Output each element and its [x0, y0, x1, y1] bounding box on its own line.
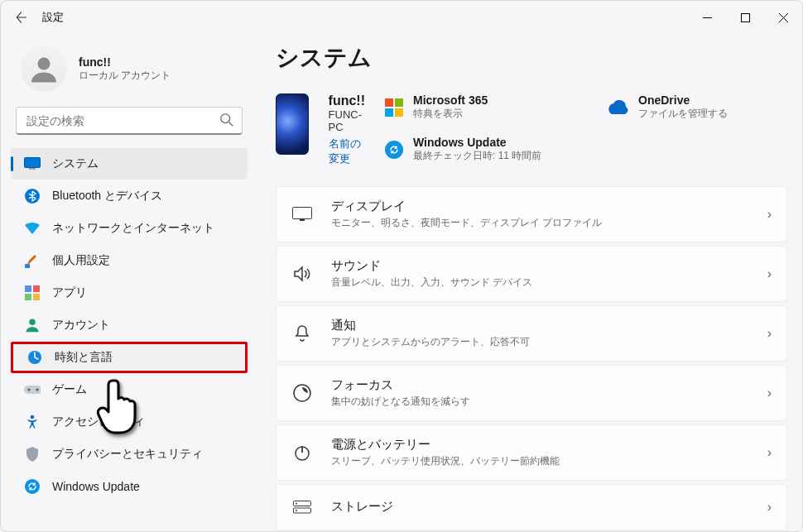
- sidebar-item-label: アカウント: [52, 318, 110, 333]
- sidebar-item-gaming[interactable]: ゲーム: [11, 374, 248, 405]
- profile-sub: ローカル アカウント: [79, 69, 171, 83]
- svg-rect-4: [29, 168, 36, 170]
- update-icon: [24, 478, 41, 495]
- nav-list: システム Bluetooth とデバイス ネットワークとインターネット 個人用設…: [6, 148, 252, 502]
- sidebar-item-label: 個人用設定: [52, 253, 110, 268]
- sidebar-item-accounts[interactable]: アカウント: [11, 309, 248, 341]
- card-display[interactable]: ディスプレイモニター、明るさ、夜間モード、ディスプレイ プロファイル ›: [276, 186, 787, 242]
- device-name: func!!: [329, 93, 365, 108]
- chevron-right-icon: ›: [767, 266, 772, 281]
- sidebar: func!! ローカル アカウント システム Bluetooth とデバイス ネ…: [1, 34, 257, 531]
- card-focus[interactable]: フォーカス集中の妨げとなる通知を減らす ›: [276, 365, 787, 421]
- card-title: サウンド: [331, 258, 749, 274]
- pin-title: Windows Update: [413, 136, 541, 149]
- person-icon: [24, 317, 41, 333]
- card-title: 電源とバッテリー: [331, 437, 749, 453]
- chevron-right-icon: ›: [767, 326, 772, 341]
- svg-point-24: [296, 510, 297, 511]
- window-controls: [688, 1, 802, 34]
- svg-rect-0: [741, 13, 749, 22]
- sidebar-item-label: アプリ: [52, 285, 87, 300]
- profile-block[interactable]: func!! ローカル アカウント: [6, 39, 252, 103]
- svg-rect-8: [33, 285, 40, 292]
- minimize-button[interactable]: [688, 1, 726, 34]
- cloud-icon: [605, 100, 628, 115]
- sidebar-item-label: システム: [52, 156, 99, 171]
- profile-name: func!!: [79, 55, 171, 69]
- svg-rect-7: [25, 285, 31, 292]
- update-icon: [385, 141, 403, 159]
- sidebar-item-windows-update[interactable]: Windows Update: [11, 471, 248, 502]
- svg-rect-3: [25, 158, 41, 168]
- card-title: ディスプレイ: [331, 199, 749, 214]
- back-button[interactable]: [7, 12, 36, 23]
- storage-icon: [291, 496, 313, 518]
- card-power[interactable]: 電源とバッテリースリープ、バッテリ使用状況、バッテリー節約機能 ›: [276, 424, 787, 481]
- titlebar: 設定: [1, 1, 802, 34]
- sidebar-item-label: Bluetooth とデバイス: [52, 189, 162, 204]
- search-input[interactable]: [16, 107, 243, 135]
- sidebar-item-personalization[interactable]: 個人用設定: [11, 245, 248, 276]
- apps-icon: [24, 285, 41, 301]
- card-sound[interactable]: サウンド音量レベル、出力、入力、サウンド デバイス ›: [276, 246, 787, 302]
- svg-rect-18: [293, 208, 312, 219]
- search-wrap: [16, 107, 243, 135]
- sidebar-item-time-language[interactable]: 時刻と言語: [11, 342, 248, 373]
- shield-icon: [24, 446, 41, 463]
- sidebar-item-label: Windows Update: [52, 480, 140, 493]
- card-sub: 集中の妨げとなる通知を減らす: [331, 395, 749, 409]
- sidebar-item-label: ゲーム: [52, 382, 87, 397]
- pin-sub: ファイルを管理する: [638, 107, 728, 121]
- minimize-icon: [703, 13, 712, 22]
- sidebar-item-accessibility[interactable]: アクセシビリティ: [11, 406, 248, 438]
- pin-sub: 最終チェック日時: 11 時間前: [413, 149, 541, 163]
- device-row: func!! FUNC-PC 名前の変更 Microsoft 365特典を表示 …: [276, 93, 787, 166]
- sidebar-item-apps[interactable]: アプリ: [11, 277, 248, 309]
- svg-rect-10: [33, 294, 40, 300]
- device-thumbnail: [276, 93, 309, 155]
- card-title: 通知: [331, 318, 749, 333]
- svg-point-17: [25, 479, 40, 494]
- chevron-right-icon: ›: [767, 500, 772, 515]
- card-notifications[interactable]: 通知アプリとシステムからのアラート、応答不可 ›: [276, 305, 787, 362]
- focus-icon: [291, 382, 313, 404]
- close-button[interactable]: [764, 1, 802, 34]
- svg-point-2: [221, 114, 230, 123]
- accessibility-icon: [24, 414, 41, 430]
- sidebar-item-privacy[interactable]: プライバシーとセキュリティ: [11, 439, 248, 470]
- maximize-button[interactable]: [726, 1, 764, 34]
- card-storage[interactable]: ストレージ ›: [276, 484, 787, 530]
- ms365-icon: [385, 98, 403, 117]
- monitor-icon: [24, 156, 41, 172]
- search-icon: [219, 113, 234, 130]
- sound-icon: [291, 263, 313, 285]
- card-title: フォーカス: [331, 377, 749, 393]
- sidebar-item-label: プライバシーとセキュリティ: [52, 447, 203, 462]
- sidebar-item-system[interactable]: システム: [11, 148, 248, 180]
- rename-link[interactable]: 名前の変更: [329, 137, 365, 166]
- card-title: ストレージ: [331, 499, 749, 515]
- pin-title: Microsoft 365: [413, 93, 488, 107]
- sidebar-item-bluetooth[interactable]: Bluetooth とデバイス: [11, 180, 248, 212]
- chevron-right-icon: ›: [767, 386, 772, 400]
- maximize-icon: [741, 13, 750, 22]
- pin-windows-update[interactable]: Windows Update最終チェック日時: 11 時間前: [385, 136, 787, 163]
- svg-point-16: [31, 415, 35, 419]
- svg-point-14: [28, 389, 31, 391]
- pin-onedrive[interactable]: OneDriveファイルを管理する: [605, 93, 787, 121]
- settings-cards: ディスプレイモニター、明るさ、夜間モード、ディスプレイ プロファイル › サウン…: [276, 186, 787, 530]
- pins: Microsoft 365特典を表示 OneDriveファイルを管理する Win…: [385, 93, 787, 163]
- display-icon: [291, 204, 313, 225]
- sidebar-item-label: ネットワークとインターネット: [52, 221, 214, 236]
- svg-point-1: [38, 58, 50, 70]
- sidebar-item-network[interactable]: ネットワークとインターネット: [11, 213, 248, 244]
- pin-title: OneDrive: [638, 93, 728, 107]
- chevron-right-icon: ›: [767, 207, 772, 222]
- bell-icon: [291, 323, 313, 344]
- wifi-icon: [24, 220, 41, 237]
- bluetooth-icon: [24, 188, 41, 204]
- svg-point-15: [36, 389, 39, 391]
- svg-rect-6: [25, 264, 30, 268]
- pin-ms365[interactable]: Microsoft 365特典を表示: [385, 93, 567, 121]
- svg-point-11: [29, 319, 36, 326]
